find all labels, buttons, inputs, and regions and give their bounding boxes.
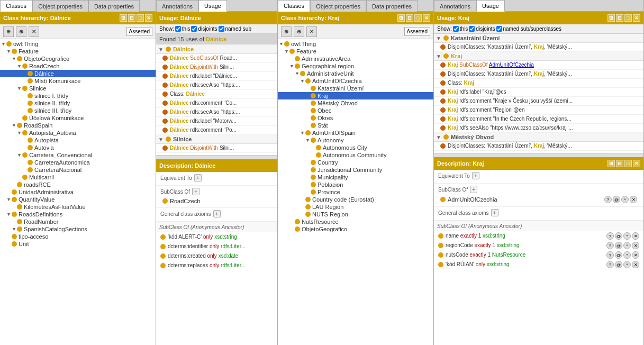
tree-arrow-roadczech[interactable]: ▼ bbox=[17, 63, 22, 69]
right-usage-section-kraj[interactable]: ▼ Kraj bbox=[434, 52, 643, 61]
tree-item-carreteraAuto[interactable]: CarreteraAutonomica bbox=[0, 159, 156, 166]
tab-object-props-left[interactable]: Object properties bbox=[32, 0, 88, 12]
tree-arrow-feature2[interactable]: ▼ bbox=[284, 49, 289, 54]
right-desc-icon-1[interactable]: ⊞ bbox=[607, 160, 615, 167]
tab-classes-left[interactable]: Classes bbox=[0, 0, 32, 12]
tree-arrow-admUnitSpain[interactable]: ▼ bbox=[300, 130, 305, 135]
right-header-icon-3[interactable]: □ bbox=[414, 14, 422, 22]
asserted-dropdown-right[interactable]: Asserted bbox=[404, 27, 430, 36]
tree-item-geoRegion[interactable]: ▼ Geographical region bbox=[278, 62, 433, 70]
tab-object-props-right[interactable]: Object properties bbox=[310, 0, 366, 12]
tree-item-roadsRCE[interactable]: roadsRCE bbox=[0, 181, 156, 188]
tree-item-okres[interactable]: Okres bbox=[278, 114, 433, 122]
tab-usage-right[interactable]: Usage bbox=[476, 0, 505, 12]
tree-item-kraj[interactable]: Kraj bbox=[278, 92, 433, 99]
right-header-icon-2[interactable]: ⊟ bbox=[406, 14, 413, 22]
show-disjoints-checkbox-left[interactable] bbox=[191, 26, 197, 32]
tree-arrow-owlthing2[interactable]: ▼ bbox=[279, 41, 284, 47]
right-subclass-action-star[interactable]: * bbox=[621, 196, 629, 203]
right-anon-action-4-at[interactable]: @ bbox=[615, 261, 622, 268]
tree-item-nutsResource[interactable]: NutsResource bbox=[278, 218, 433, 225]
left-equiv-add-btn[interactable]: + bbox=[194, 174, 202, 181]
right-anon-action-3-at[interactable]: @ bbox=[615, 251, 622, 259]
show-this-checkbox-right[interactable] bbox=[453, 26, 459, 32]
right-usage-section-katastralni[interactable]: ▼ Katastrální Území bbox=[434, 34, 643, 43]
toolbar-btn-del[interactable]: ✕ bbox=[29, 26, 39, 37]
tree-item-ucelova[interactable]: Účelová Komunikace bbox=[0, 114, 156, 122]
right-desc-icon-2[interactable]: ⊟ bbox=[616, 160, 623, 167]
right-anon-action-2-at[interactable]: @ bbox=[615, 242, 622, 249]
tree-item-poblacion[interactable]: Poblacion bbox=[278, 181, 433, 188]
tree-item-spanishCatalog[interactable]: ▼ SpanishCatalogSections bbox=[0, 225, 156, 233]
right-toolbar-btn-del[interactable]: ✕ bbox=[306, 26, 317, 37]
show-named-checkbox-right[interactable] bbox=[496, 26, 502, 32]
right-anon-action-1-q[interactable]: ? bbox=[606, 232, 614, 240]
tree-item-kilometresAs[interactable]: KilometresAsFloatValue bbox=[0, 203, 156, 211]
tree-item-autonomousCity[interactable]: Autonomous City bbox=[278, 144, 433, 151]
usage-section-dalnice[interactable]: ▼ Dálnice bbox=[156, 45, 277, 54]
tree-item-jurisdictional[interactable]: Jurisdictional Community bbox=[278, 166, 433, 174]
right-usage-icon-1[interactable]: ⊞ bbox=[607, 14, 615, 22]
tree-item-countryCode[interactable]: Country code (Eurostat) bbox=[278, 196, 433, 203]
tree-item-quantityValue[interactable]: ▼ QuantityValue bbox=[0, 196, 156, 203]
right-desc-icon-4[interactable]: ✕ bbox=[633, 160, 640, 167]
tree-item-admUnitSpain[interactable]: ▼ AdmUnitOfSpain bbox=[278, 129, 433, 137]
right-anon-action-1-x[interactable]: ✕ bbox=[632, 232, 639, 240]
right-anon-action-1-star[interactable]: * bbox=[623, 232, 631, 240]
right-desc-icon-3[interactable]: □ bbox=[624, 160, 632, 167]
tree-item-obec[interactable]: Obec bbox=[278, 107, 433, 114]
right-anon-action-3-star[interactable]: * bbox=[623, 251, 631, 259]
right-class-tree[interactable]: ▼ owl:Thing ▼ Feature AdministrativeArea… bbox=[278, 39, 433, 345]
tree-item-autonomousCommunity[interactable]: Autonomous Community bbox=[278, 151, 433, 159]
right-anon-action-3-x[interactable]: ✕ bbox=[632, 251, 639, 259]
tree-item-country[interactable]: Country bbox=[278, 159, 433, 166]
tree-item-feature2[interactable]: ▼ Feature bbox=[278, 48, 433, 55]
right-subclass-action-q[interactable]: ? bbox=[604, 196, 612, 203]
header-icon-4[interactable]: ✕ bbox=[145, 14, 152, 22]
tab-annotations-left[interactable]: Annotations bbox=[156, 0, 198, 12]
tree-arrow-silnice[interactable]: ▼ bbox=[17, 86, 22, 91]
right-equiv-add-btn[interactable]: + bbox=[472, 172, 479, 179]
tree-item-silnice3[interactable]: silnice III. třídy bbox=[0, 107, 156, 114]
tree-item-silnice2[interactable]: silnice II. třídy bbox=[0, 99, 156, 107]
tree-item-silnice[interactable]: ▼ Silnice bbox=[0, 85, 156, 92]
right-anon-action-4-x[interactable]: ✕ bbox=[632, 261, 639, 268]
tree-item-lauRegion[interactable]: LAU Region bbox=[278, 203, 433, 211]
tree-item-owlthing2[interactable]: ▼ owl:Thing bbox=[278, 40, 433, 48]
tree-item-roadsDef[interactable]: ▼ RoadsDefinitions bbox=[0, 211, 156, 218]
tree-item-municipality[interactable]: Municipality bbox=[278, 174, 433, 181]
tree-item-autopista[interactable]: Autopista bbox=[0, 137, 156, 144]
tree-arrow-carretera[interactable]: ▼ bbox=[17, 152, 22, 158]
tree-arrow-feature[interactable]: ▼ bbox=[6, 49, 12, 54]
tree-item-nutsRegion[interactable]: NUTS Region bbox=[278, 211, 433, 218]
right-anon-action-2-star[interactable]: * bbox=[623, 242, 631, 249]
right-subclass-action-at[interactable]: @ bbox=[613, 196, 620, 203]
left-subclass-value[interactable]: RoadCzech bbox=[170, 198, 200, 204]
tree-item-unidadAdmin[interactable]: UnidadAdministrativa bbox=[0, 188, 156, 196]
tree-arrow-spanishCatalog[interactable]: ▼ bbox=[12, 226, 17, 232]
right-header-icon-1[interactable]: ⊞ bbox=[397, 14, 405, 22]
right-anon-action-3-q[interactable]: ? bbox=[606, 251, 614, 259]
right-usage-icon-3[interactable]: □ bbox=[624, 14, 632, 22]
tree-item-roadNumber[interactable]: RoadNumber bbox=[0, 218, 156, 225]
right-anon-action-4-star[interactable]: * bbox=[623, 261, 631, 268]
show-this-checkbox-left[interactable] bbox=[175, 26, 181, 32]
tree-arrow-owlthing[interactable]: ▼ bbox=[1, 41, 6, 47]
tree-item-objetogeo[interactable]: ▼ ObjetoGeografico bbox=[0, 55, 156, 62]
tree-item-misti[interactable]: Místí Komunikace bbox=[0, 77, 156, 85]
right-usage-icon-2[interactable]: ⊟ bbox=[616, 14, 623, 22]
right-subclass-value[interactable]: AdmUnitOfCzechia bbox=[448, 196, 497, 203]
tree-arrow-autopista-autovia[interactable]: ▼ bbox=[17, 130, 22, 135]
header-icon-2[interactable]: ⊟ bbox=[128, 14, 135, 22]
right-toolbar-btn-owl[interactable]: ⊕ bbox=[281, 26, 292, 37]
left-subclass-add-btn[interactable]: + bbox=[192, 188, 199, 195]
tree-item-silnice1[interactable]: silnice I. třídy bbox=[0, 92, 156, 99]
right-axioms-add-btn[interactable]: + bbox=[491, 209, 498, 216]
tree-arrow-autonomy[interactable]: ▼ bbox=[305, 138, 311, 143]
left-usage-content[interactable]: ▼ Dálnice Dálnice SubClassOf Road... Dál… bbox=[156, 45, 277, 345]
tree-item-roadczech[interactable]: ▼ RoadCzech bbox=[0, 62, 156, 70]
tree-item-autopista-autovia[interactable]: ▼ Autopista_Autovia bbox=[0, 129, 156, 137]
usage-section-silnice[interactable]: ▼ Silnice bbox=[156, 135, 277, 144]
tree-item-admUnitCzechia[interactable]: ▼ AdmUnitOfCzechia bbox=[278, 77, 433, 85]
right-anon-action-4-q[interactable]: ? bbox=[606, 261, 614, 268]
